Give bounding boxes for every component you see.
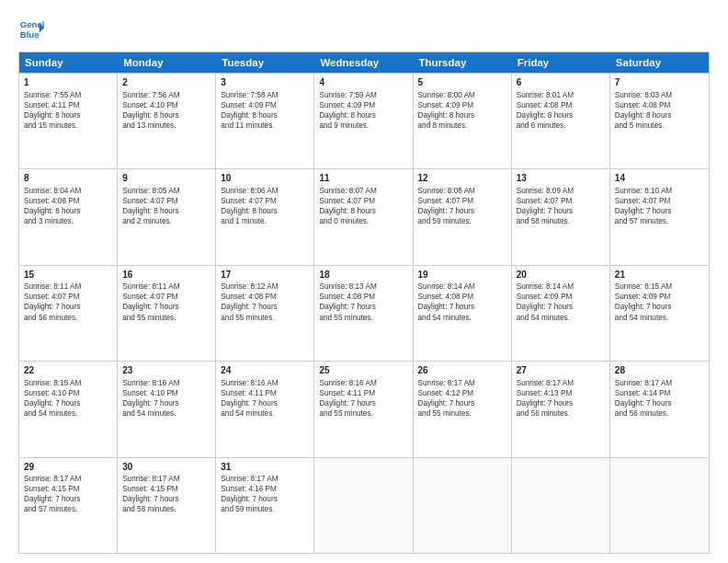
day-number: 22 xyxy=(24,364,112,377)
day-cell-29: 29Sunrise: 8:17 AMSunset: 4:15 PMDayligh… xyxy=(19,458,118,553)
svg-text:Blue: Blue xyxy=(20,29,40,40)
cell-line-0: Sunrise: 8:17 AM xyxy=(418,378,506,388)
cell-line-0: Sunrise: 8:14 AM xyxy=(418,282,506,292)
day-number: 8 xyxy=(24,172,112,185)
cell-line-1: Sunset: 4:08 PM xyxy=(418,292,506,302)
cell-line-3: and 56 minutes. xyxy=(24,313,112,323)
day-cell-19: 19Sunrise: 8:14 AMSunset: 4:08 PMDayligh… xyxy=(414,266,512,361)
cell-line-3: and 13 minutes. xyxy=(122,121,210,131)
cell-line-0: Sunrise: 8:12 AM xyxy=(221,282,309,292)
cell-line-3: and 3 minutes. xyxy=(24,216,112,226)
day-cell-27: 27Sunrise: 8:17 AMSunset: 4:13 PMDayligh… xyxy=(512,362,610,456)
cell-line-0: Sunrise: 8:16 AM xyxy=(319,378,407,388)
cell-line-1: Sunset: 4:08 PM xyxy=(615,100,704,110)
cell-line-1: Sunset: 4:14 PM xyxy=(615,388,704,398)
cell-line-1: Sunset: 4:09 PM xyxy=(221,100,309,110)
cell-line-0: Sunrise: 7:58 AM xyxy=(221,90,309,100)
cell-line-3: and 59 minutes. xyxy=(221,504,309,514)
cell-line-3: and 55 minutes. xyxy=(319,408,407,419)
cell-line-3: and 1 minute. xyxy=(221,216,309,226)
cell-line-1: Sunset: 4:16 PM xyxy=(221,484,309,494)
day-number: 3 xyxy=(221,76,309,89)
cell-line-1: Sunset: 4:12 PM xyxy=(418,388,506,398)
cell-line-3: and 15 minutes. xyxy=(24,121,112,131)
cell-line-0: Sunrise: 8:03 AM xyxy=(615,90,704,100)
day-cell-4: 4Sunrise: 7:59 AMSunset: 4:09 PMDaylight… xyxy=(314,74,413,168)
cell-line-0: Sunrise: 7:55 AM xyxy=(24,90,112,100)
day-cell-9: 9Sunrise: 8:05 AMSunset: 4:07 PMDaylight… xyxy=(118,169,216,264)
cell-line-1: Sunset: 4:11 PM xyxy=(24,100,112,110)
day-cell-7: 7Sunrise: 8:03 AMSunset: 4:08 PMDaylight… xyxy=(610,74,709,168)
day-cell-31: 31Sunrise: 8:17 AMSunset: 4:16 PMDayligh… xyxy=(216,458,314,553)
weekday-header-tuesday: Tuesday xyxy=(216,52,314,73)
cell-line-2: Daylight: 7 hours xyxy=(418,398,506,408)
page: General Blue SundayMondayTuesdayWednesda… xyxy=(0,0,728,563)
empty-cell xyxy=(414,458,512,553)
cell-line-1: Sunset: 4:15 PM xyxy=(24,484,112,494)
cell-line-2: Daylight: 8 hours xyxy=(517,110,605,121)
cell-line-2: Daylight: 8 hours xyxy=(24,206,112,216)
cell-line-3: and 55 minutes. xyxy=(122,313,210,323)
cell-line-0: Sunrise: 8:17 AM xyxy=(24,474,112,484)
cell-line-0: Sunrise: 8:10 AM xyxy=(615,186,704,196)
cell-line-3: and 8 minutes. xyxy=(418,121,506,131)
day-number: 4 xyxy=(319,76,407,89)
cell-line-2: Daylight: 7 hours xyxy=(615,206,704,216)
day-cell-15: 15Sunrise: 8:11 AMSunset: 4:07 PMDayligh… xyxy=(19,266,118,361)
cell-line-0: Sunrise: 7:56 AM xyxy=(122,90,210,100)
cell-line-3: and 55 minutes. xyxy=(319,313,407,323)
cell-line-3: and 9 minutes. xyxy=(319,121,407,131)
day-cell-2: 2Sunrise: 7:56 AMSunset: 4:10 PMDaylight… xyxy=(118,74,216,168)
cell-line-1: Sunset: 4:08 PM xyxy=(221,292,309,302)
day-cell-14: 14Sunrise: 8:10 AMSunset: 4:07 PMDayligh… xyxy=(610,169,709,264)
day-number: 12 xyxy=(418,172,506,185)
cell-line-1: Sunset: 4:10 PM xyxy=(122,100,210,110)
day-number: 10 xyxy=(221,172,309,185)
day-cell-8: 8Sunrise: 8:04 AMSunset: 4:08 PMDaylight… xyxy=(19,169,118,264)
cell-line-0: Sunrise: 8:17 AM xyxy=(517,378,605,388)
cell-line-3: and 54 minutes. xyxy=(122,408,210,419)
cell-line-2: Daylight: 7 hours xyxy=(418,302,506,312)
cell-line-0: Sunrise: 8:08 AM xyxy=(418,186,506,196)
cell-line-2: Daylight: 7 hours xyxy=(221,302,309,312)
cell-line-2: Daylight: 7 hours xyxy=(122,302,210,312)
cell-line-2: Daylight: 7 hours xyxy=(517,206,605,216)
cell-line-2: Daylight: 7 hours xyxy=(517,398,605,408)
day-number: 16 xyxy=(122,269,210,282)
day-cell-10: 10Sunrise: 8:06 AMSunset: 4:07 PMDayligh… xyxy=(216,169,314,264)
cell-line-1: Sunset: 4:09 PM xyxy=(319,100,407,110)
cell-line-3: and 6 minutes. xyxy=(517,121,605,131)
cell-line-1: Sunset: 4:07 PM xyxy=(418,196,506,206)
header: General Blue xyxy=(18,17,710,42)
cell-line-0: Sunrise: 8:13 AM xyxy=(319,282,407,292)
cell-line-2: Daylight: 7 hours xyxy=(122,398,210,408)
cell-line-1: Sunset: 4:15 PM xyxy=(122,484,210,494)
cell-line-2: Daylight: 7 hours xyxy=(319,302,407,312)
cell-line-2: Daylight: 8 hours xyxy=(319,206,407,216)
cell-line-2: Daylight: 8 hours xyxy=(122,110,210,121)
cell-line-0: Sunrise: 8:17 AM xyxy=(221,474,309,484)
cell-line-2: Daylight: 7 hours xyxy=(24,398,112,408)
day-cell-1: 1Sunrise: 7:55 AMSunset: 4:11 PMDaylight… xyxy=(19,74,118,168)
day-number: 11 xyxy=(319,172,407,185)
cell-line-3: and 5 minutes. xyxy=(615,121,704,131)
day-cell-3: 3Sunrise: 7:58 AMSunset: 4:09 PMDaylight… xyxy=(216,74,314,168)
weekday-header-thursday: Thursday xyxy=(414,52,512,73)
day-cell-28: 28Sunrise: 8:17 AMSunset: 4:14 PMDayligh… xyxy=(610,362,709,456)
cell-line-2: Daylight: 8 hours xyxy=(122,206,210,216)
empty-cell xyxy=(512,458,610,553)
logo-icon: General Blue xyxy=(18,17,44,42)
day-cell-22: 22Sunrise: 8:15 AMSunset: 4:10 PMDayligh… xyxy=(19,362,118,456)
cell-line-1: Sunset: 4:07 PM xyxy=(221,196,309,206)
cell-line-3: and 58 minutes. xyxy=(122,504,210,514)
cell-line-1: Sunset: 4:09 PM xyxy=(615,292,704,302)
weekday-header-saturday: Saturday xyxy=(610,52,709,73)
cell-line-0: Sunrise: 8:14 AM xyxy=(517,282,605,292)
calendar-row-5: 29Sunrise: 8:17 AMSunset: 4:15 PMDayligh… xyxy=(19,457,709,553)
day-number: 18 xyxy=(319,269,407,282)
day-cell-6: 6Sunrise: 8:01 AMSunset: 4:08 PMDaylight… xyxy=(512,74,610,168)
cell-line-1: Sunset: 4:11 PM xyxy=(319,388,407,398)
day-number: 29 xyxy=(24,461,112,474)
cell-line-2: Daylight: 7 hours xyxy=(615,302,704,312)
day-number: 21 xyxy=(615,269,704,282)
